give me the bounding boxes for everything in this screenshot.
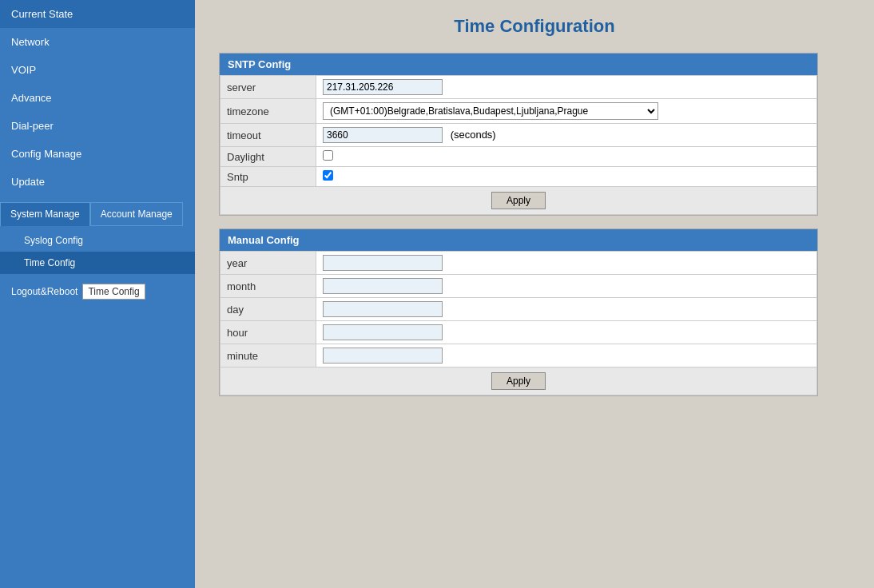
sidebar-sub-time-config[interactable]: Time Config — [0, 252, 195, 274]
sntp-timezone-cell: (GMT+01:00)Belgrade,Bratislava,Budapest,… — [316, 99, 817, 124]
sntp-sntp-row: Sntp — [220, 167, 817, 187]
sntp-timeout-input[interactable] — [323, 127, 443, 143]
manual-year-input[interactable] — [323, 255, 443, 271]
manual-month-input[interactable] — [323, 278, 443, 294]
sidebar-item-voip[interactable]: VOIP — [0, 56, 195, 84]
manual-minute-cell — [316, 344, 817, 368]
sidebar-item-advance[interactable]: Advance — [0, 84, 195, 112]
manual-apply-cell: Apply — [220, 368, 817, 395]
manual-month-cell — [316, 275, 817, 298]
tab-system-manage[interactable]: System Manage — [0, 202, 90, 226]
manual-section-header: Manual Config — [220, 229, 817, 251]
sidebar-sub-menu: Syslog Config Time Config — [0, 226, 195, 277]
manual-hour-row: hour — [220, 321, 817, 344]
sntp-daylight-label: Daylight — [220, 147, 316, 167]
sidebar-item-config-manage[interactable]: Config Manage — [0, 140, 195, 168]
manual-apply-button[interactable]: Apply — [491, 372, 546, 390]
sntp-server-row: server — [220, 76, 817, 99]
sntp-sntp-checkbox[interactable] — [323, 170, 333, 181]
sntp-apply-button[interactable]: Apply — [491, 192, 546, 209]
manual-day-input[interactable] — [323, 301, 443, 317]
tooltip-time-config: Time Config — [82, 284, 145, 300]
manual-year-row: year — [220, 252, 817, 275]
manual-year-cell — [316, 252, 817, 275]
sidebar: Current State Network VOIP Advance Dial-… — [0, 0, 195, 588]
sntp-daylight-row: Daylight — [220, 147, 817, 167]
sidebar-tabs: System Manage Account Manage — [0, 202, 195, 226]
sntp-sntp-cell — [316, 167, 817, 187]
sidebar-item-network[interactable]: Network — [0, 28, 195, 56]
sntp-timezone-select[interactable]: (GMT+01:00)Belgrade,Bratislava,Budapest,… — [323, 102, 658, 120]
sntp-server-input[interactable] — [323, 79, 443, 95]
manual-month-row: month — [220, 275, 817, 298]
tab-account-manage[interactable]: Account Manage — [90, 202, 183, 226]
sntp-timezone-label: timezone — [220, 99, 316, 124]
sntp-daylight-checkbox[interactable] — [323, 150, 333, 161]
manual-minute-input[interactable] — [323, 348, 443, 364]
main-content: Time Configuration SNTP Config server ti… — [195, 0, 874, 588]
logout-reboot-button[interactable]: Logout&Reboot — [11, 286, 77, 297]
sidebar-item-update[interactable]: Update — [0, 168, 195, 196]
manual-day-cell — [316, 298, 817, 321]
manual-hour-label: hour — [220, 321, 316, 344]
manual-day-row: day — [220, 298, 817, 321]
manual-apply-row: Apply — [220, 368, 817, 395]
manual-hour-cell — [316, 321, 817, 344]
logout-row: Logout&Reboot Time Config — [0, 277, 195, 306]
sntp-timeout-suffix: (seconds) — [451, 129, 496, 141]
sntp-server-cell — [316, 76, 817, 99]
sntp-apply-row: Apply — [220, 187, 817, 215]
sidebar-item-current-state[interactable]: Current State — [0, 0, 195, 28]
sntp-server-label: server — [220, 76, 316, 99]
sntp-section-header: SNTP Config — [220, 54, 817, 75]
sntp-apply-cell: Apply — [220, 187, 817, 215]
sidebar-item-dial-peer[interactable]: Dial-peer — [0, 112, 195, 140]
manual-hour-input[interactable] — [323, 324, 443, 340]
page-title: Time Configuration — [219, 16, 850, 37]
sntp-timeout-label: timeout — [220, 124, 316, 147]
sntp-config-table: server timezone (GMT+01:00)Belgrade,Brat… — [220, 75, 817, 215]
sidebar-sub-syslog-config[interactable]: Syslog Config — [0, 229, 195, 252]
sntp-timeout-row: timeout (seconds) — [220, 124, 817, 147]
manual-minute-label: minute — [220, 344, 316, 368]
sntp-config-section: SNTP Config server timezone (GMT+01:00)B… — [219, 53, 818, 216]
manual-minute-row: minute — [220, 344, 817, 368]
manual-year-label: year — [220, 252, 316, 275]
manual-day-label: day — [220, 298, 316, 321]
sntp-timezone-row: timezone (GMT+01:00)Belgrade,Bratislava,… — [220, 99, 817, 124]
sntp-sntp-label: Sntp — [220, 167, 316, 187]
sntp-daylight-cell — [316, 147, 817, 167]
manual-config-table: year month day hour — [220, 251, 817, 395]
manual-config-section: Manual Config year month day — [219, 228, 818, 396]
sntp-timeout-cell: (seconds) — [316, 124, 817, 147]
manual-month-label: month — [220, 275, 316, 298]
